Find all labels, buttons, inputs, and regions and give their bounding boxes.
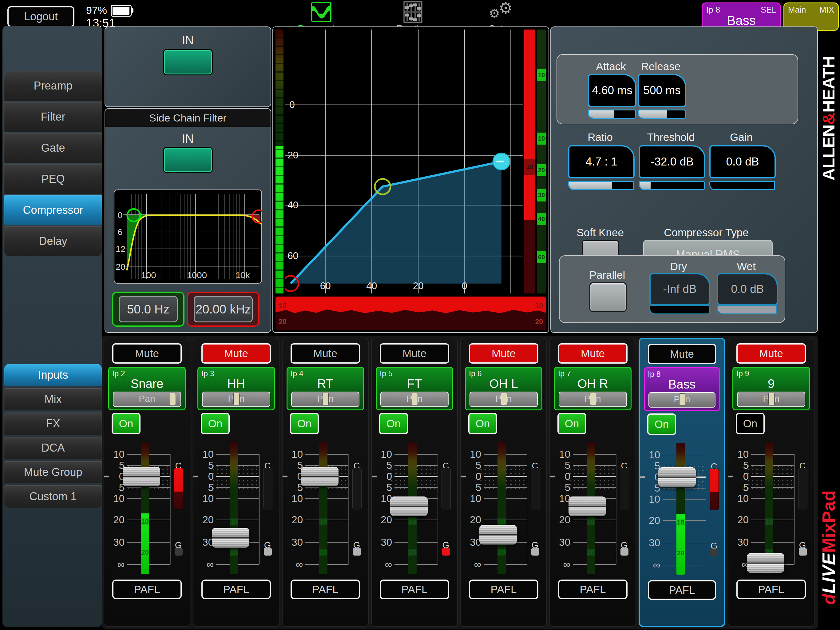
channel-name-box[interactable]: Ip 3 HH Pan <box>197 367 275 410</box>
mute-button[interactable]: Mute <box>558 343 628 364</box>
channel-name-box[interactable]: Ip 7 OH R Pan <box>554 367 632 410</box>
release-value[interactable]: 500 ms <box>638 74 686 107</box>
nav-item-gate[interactable]: Gate <box>4 133 102 163</box>
nav-item-fx[interactable]: FX <box>4 413 102 435</box>
pan-handle[interactable] <box>501 393 507 405</box>
fader-handle[interactable] <box>390 497 428 516</box>
channel-name-box[interactable]: Ip 9 9 Pan <box>733 367 810 410</box>
svg-text:10k: 10k <box>235 270 250 280</box>
processing-eq-icon <box>287 1 355 23</box>
mute-button[interactable]: Mute <box>469 343 538 364</box>
on-button[interactable]: On <box>468 413 497 434</box>
bank-nav: InputsMixFXDCAMute GroupCustom 1 <box>4 364 102 510</box>
pan-slider[interactable]: Pan <box>649 392 715 408</box>
wet-value[interactable]: 0.0 dB <box>717 273 778 305</box>
on-button[interactable]: On <box>736 413 765 434</box>
mute-button[interactable]: Mute <box>736 343 806 364</box>
pafl-button[interactable]: PAFL <box>558 579 628 599</box>
nav-item-inputs[interactable]: Inputs <box>4 364 102 386</box>
hpf-frequency-button[interactable]: 50.0 Hz <box>119 296 178 322</box>
pan-slider[interactable]: Pan <box>113 392 181 407</box>
nav-item-compressor[interactable]: Compressor <box>4 195 102 225</box>
channel-name-box[interactable]: Ip 5 FT Pan <box>376 367 453 410</box>
nav-item-dca[interactable]: DCA <box>4 437 102 459</box>
on-button[interactable]: On <box>557 413 586 434</box>
comp-meter <box>352 468 362 510</box>
pan-slider[interactable]: Pan <box>381 392 448 407</box>
on-button[interactable]: On <box>379 413 408 434</box>
channel-name-box[interactable]: Ip 4 RT Pan <box>287 367 364 410</box>
pafl-button[interactable]: PAFL <box>736 579 806 599</box>
fader-handle[interactable] <box>747 553 784 573</box>
side-chain-filter-graph[interactable]: 061220 100100010k <box>114 190 262 283</box>
on-button[interactable]: On <box>112 413 141 434</box>
ratio-value[interactable]: 4.7 : 1 <box>568 145 635 179</box>
fader-handle[interactable] <box>568 497 606 516</box>
parallel-button[interactable] <box>589 282 627 312</box>
scf-in-button[interactable] <box>164 148 212 172</box>
pan-slider[interactable]: Pan <box>559 392 627 407</box>
nav-item-filter[interactable]: Filter <box>4 102 102 132</box>
fader-area: 10505102030∞ 10 20 C G <box>728 443 814 600</box>
on-button[interactable]: On <box>201 413 230 434</box>
attack-value[interactable]: 4.60 ms <box>588 74 636 107</box>
nav-item-custom-1[interactable]: Custom 1 <box>4 486 102 508</box>
nav-item-peq[interactable]: PEQ <box>4 164 102 194</box>
channel-name-box[interactable]: Ip 2 Snare Pan <box>108 367 186 410</box>
pafl-button[interactable]: PAFL <box>469 579 538 599</box>
pafl-button[interactable]: PAFL <box>291 579 360 599</box>
channel-strip: Mute Ip 3 HH Pan On 10505102030∞ 10 20 C… <box>193 338 279 627</box>
channel-name: OH L <box>466 377 542 391</box>
dry-value[interactable]: -Inf dB <box>649 273 710 305</box>
mute-button[interactable]: Mute <box>291 343 360 364</box>
zero-dash <box>193 476 198 477</box>
channel-name-box[interactable]: Ip 6 OH L Pan <box>465 367 542 410</box>
fader-handle[interactable] <box>479 525 517 545</box>
pafl-button[interactable]: PAFL <box>112 579 182 599</box>
fader-handle[interactable] <box>658 467 696 487</box>
fader-handle[interactable] <box>301 467 338 486</box>
on-button[interactable]: On <box>647 413 676 435</box>
pan-slider[interactable]: Pan <box>202 392 270 407</box>
channel-name-box[interactable]: Ip 8 Bass Pan <box>644 367 720 411</box>
nav-item-mute-group[interactable]: Mute Group <box>4 461 102 483</box>
pafl-button[interactable]: PAFL <box>648 580 716 600</box>
nav-item-mix[interactable]: Mix <box>4 388 102 410</box>
pafl-button[interactable]: PAFL <box>380 579 449 599</box>
mute-button[interactable]: Mute <box>112 343 182 364</box>
svg-text:12: 12 <box>115 244 125 254</box>
svg-text:60: 60 <box>320 280 331 291</box>
comp-in-button[interactable] <box>164 50 212 74</box>
fader-handle[interactable] <box>123 467 160 486</box>
pan-slider[interactable]: Pan <box>737 392 805 407</box>
threshold-value[interactable]: -32.0 dB <box>639 145 705 179</box>
lpf-frequency-button[interactable]: 20.00 kHz <box>194 296 253 322</box>
pan-handle[interactable] <box>590 393 596 405</box>
pan-handle[interactable] <box>322 393 329 405</box>
compressor-in-panel: IN <box>104 27 271 107</box>
fader-area: 10505102030∞ 10 20 C G <box>193 443 279 600</box>
pan-handle[interactable] <box>170 393 176 405</box>
mute-button[interactable]: Mute <box>380 343 449 364</box>
fader-area: 10505102030∞ 10 20 C G <box>640 444 724 601</box>
on-button[interactable]: On <box>290 413 319 434</box>
channel-level-meter: 10 20 <box>319 442 327 574</box>
mute-button[interactable]: Mute <box>648 344 716 364</box>
pan-handle[interactable] <box>234 393 240 405</box>
pan-slider[interactable]: Pan <box>469 392 538 407</box>
mute-button[interactable]: Mute <box>201 343 271 364</box>
nav-item-preamp[interactable]: Preamp <box>4 71 102 101</box>
nav-item-delay[interactable]: Delay <box>4 226 102 256</box>
fader-scale-label: ∞ <box>644 559 660 571</box>
transfer-curve-plot[interactable]: 020 4060 6040 200 <box>285 30 523 293</box>
fader-handle[interactable] <box>212 528 249 548</box>
fader-area: 10505102030∞ 10 20 C G <box>550 443 636 600</box>
pan-handle[interactable] <box>768 393 775 405</box>
fader-scale-label: ∞ <box>554 559 570 570</box>
pan-handle[interactable] <box>679 393 685 406</box>
pafl-button[interactable]: PAFL <box>201 579 271 599</box>
logout-button[interactable]: Logout <box>7 6 74 27</box>
pan-handle[interactable] <box>412 393 418 405</box>
pan-slider[interactable]: Pan <box>291 392 359 407</box>
gain-value[interactable]: 0.0 dB <box>709 145 776 179</box>
